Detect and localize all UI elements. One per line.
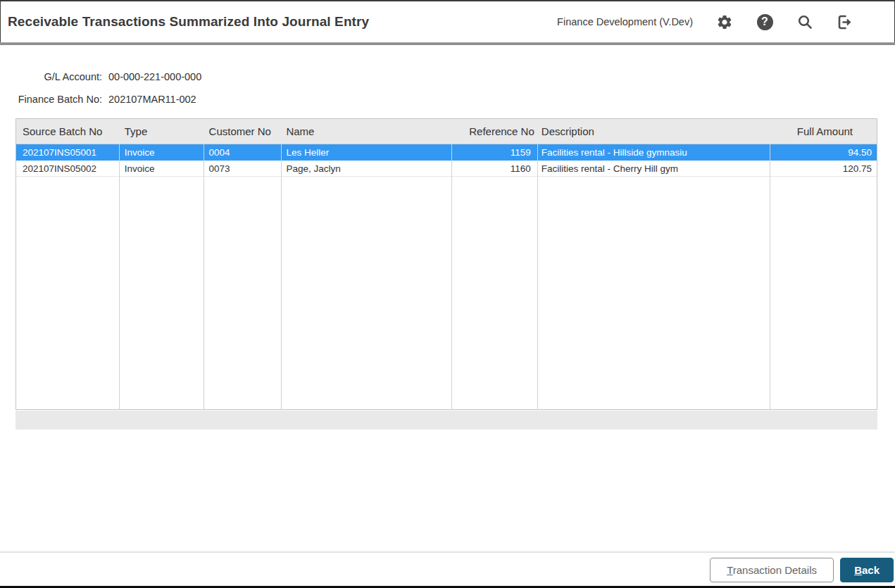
column-separator (770, 144, 770, 409)
column-header: Type (119, 125, 204, 137)
table-row[interactable]: 202107INS05002Invoice0073Page, Jaclyn116… (16, 161, 877, 177)
table-row[interactable]: 202107INS05001Invoice0004Les Heller1159F… (16, 144, 877, 161)
column-separator (119, 144, 120, 409)
column-header: Reference No (451, 125, 537, 137)
app-window: Receivable Transactions Summarized Into … (0, 0, 895, 588)
cell: 0073 (204, 163, 281, 174)
grid-header: Source Batch NoTypeCustomer NoNameRefere… (15, 118, 877, 144)
finance-batch-row: Finance Batch No: 202107MAR11-002 (14, 94, 201, 105)
cell: 94.50 (768, 147, 877, 158)
cell: 1159 (451, 147, 537, 158)
help-icon[interactable]: ? (756, 13, 773, 30)
finance-batch-label: Finance Batch No: (14, 94, 102, 105)
top-bar-right: Finance Development (V.Dev) ? (557, 1, 853, 42)
cell: Facilities rental - Hillside gymnasiu (537, 147, 768, 158)
grid-rows: 202107INS05001Invoice0004Les Heller1159F… (16, 144, 877, 177)
transaction-details-button-label: Transaction Details (727, 564, 817, 576)
cell: Les Heller (280, 147, 451, 158)
back-button[interactable]: Back (840, 558, 894, 582)
search-icon[interactable] (796, 13, 813, 30)
column-header: Source Batch No (16, 125, 119, 137)
column-separator (281, 144, 282, 409)
cell: Invoice (119, 163, 204, 174)
gl-account-label: G/L Account: (14, 71, 102, 82)
column-separator (451, 144, 452, 409)
transaction-details-button[interactable]: Transaction Details (710, 558, 834, 582)
cell: Page, Jaclyn (280, 163, 451, 174)
column-separator (537, 144, 538, 409)
grid-body: 202107INS05001Invoice0004Les Heller1159F… (15, 144, 877, 410)
column-header: Full Amount (768, 125, 877, 137)
footer-divider (0, 551, 895, 553)
column-header: Description (537, 125, 768, 137)
top-bar: Receivable Transactions Summarized Into … (0, 0, 895, 42)
transactions-grid: Source Batch NoTypeCustomer NoNameRefere… (15, 118, 877, 410)
grid-footer-strip (15, 411, 877, 430)
cell: 1160 (451, 163, 537, 174)
header-divider (0, 42, 895, 45)
cell: 202107INS05002 (16, 163, 119, 174)
finance-batch-value: 202107MAR11-002 (108, 94, 196, 105)
cell: 0004 (204, 147, 281, 158)
environment-label: Finance Development (V.Dev) (557, 16, 693, 27)
sign-out-icon[interactable] (837, 13, 853, 30)
cell: Facilities rental - Cherry Hill gym (537, 163, 768, 174)
column-header: Name (280, 125, 451, 137)
column-separator (204, 144, 204, 409)
page-title: Receivable Transactions Summarized Into … (8, 14, 369, 30)
gear-icon[interactable] (716, 13, 733, 30)
cell: 202107INS05001 (16, 147, 119, 158)
column-header: Customer No (204, 125, 281, 137)
back-button-label: Back (854, 564, 880, 576)
gl-account-row: G/L Account: 00-000-221-000-000 (14, 71, 201, 82)
cell: Invoice (119, 147, 204, 158)
help-question-mark: ? (757, 14, 773, 30)
gl-account-value: 00-000-221-000-000 (108, 71, 201, 82)
filter-fields: G/L Account: 00-000-221-000-000 Finance … (14, 71, 201, 116)
cell: 120.75 (768, 163, 877, 174)
